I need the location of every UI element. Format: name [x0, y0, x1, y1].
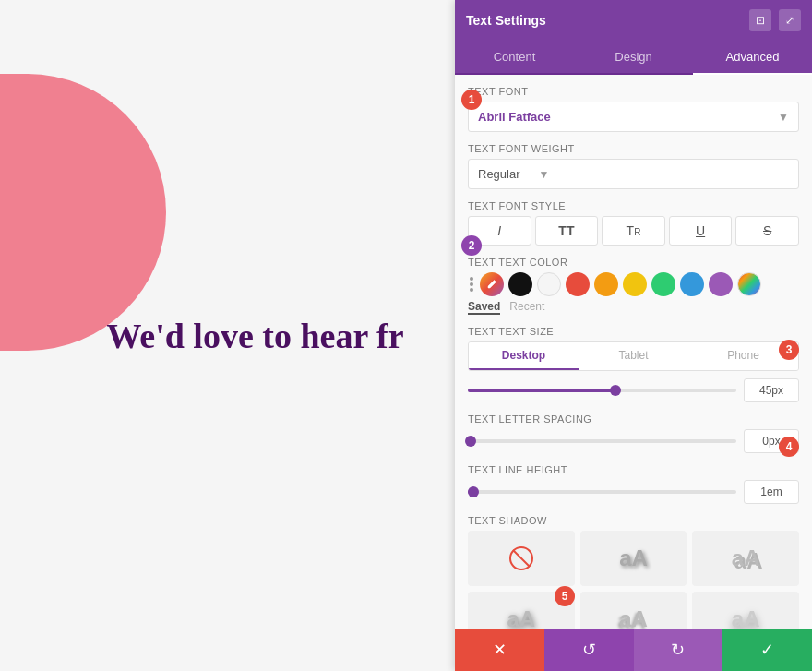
- font-label: Text Font: [468, 86, 799, 97]
- color-purple[interactable]: [709, 272, 733, 296]
- size-slider-track[interactable]: [468, 389, 736, 392]
- cancel-button[interactable]: ✕: [455, 629, 544, 671]
- line-height-track[interactable]: [468, 490, 736, 494]
- style-tr-btn[interactable]: Tr: [602, 216, 665, 246]
- color-tab-recent[interactable]: Recent: [509, 300, 544, 315]
- font-style-label: Text Font Style: [468, 200, 799, 211]
- letter-spacing-thumb[interactable]: [465, 436, 476, 447]
- line-height-row: [468, 480, 799, 504]
- badge-4: 4: [779, 437, 799, 457]
- canvas-area: We'd love to hear fr: [0, 0, 455, 671]
- panel-tabs: Content Design Advanced: [455, 41, 812, 75]
- letter-spacing-label: Text Letter Spacing: [468, 413, 799, 425]
- style-underline-btn[interactable]: U: [669, 216, 733, 246]
- color-tab-saved[interactable]: Saved: [468, 300, 500, 315]
- redo-button[interactable]: ↻: [634, 629, 723, 671]
- badge-2: 2: [461, 235, 482, 256]
- badge-3: 3: [779, 340, 799, 360]
- color-more-btn[interactable]: [468, 273, 475, 295]
- color-picker-swatch[interactable]: [480, 272, 504, 296]
- color-black[interactable]: [508, 272, 532, 296]
- font-weight-value: Regular: [469, 160, 530, 188]
- badge-5: 5: [555, 586, 575, 606]
- color-label: Text Text Color: [468, 257, 799, 268]
- tab-advanced[interactable]: Advanced: [693, 41, 812, 75]
- font-style-row: I TT Tr U S: [468, 216, 799, 246]
- letter-spacing-row: [468, 429, 799, 453]
- font-weight-select[interactable]: Regular ▼: [468, 159, 799, 189]
- style-tt-btn[interactable]: TT: [535, 216, 599, 246]
- size-slider-thumb[interactable]: [610, 385, 621, 396]
- size-slider-fill: [468, 389, 615, 392]
- undo-button[interactable]: ↺: [544, 629, 634, 671]
- color-gradient[interactable]: [737, 272, 761, 296]
- shadow-label: Text Shadow: [468, 515, 799, 526]
- color-green[interactable]: [651, 272, 675, 296]
- line-height-thumb[interactable]: [468, 486, 479, 497]
- size-tab-tablet[interactable]: Tablet: [579, 342, 688, 370]
- resize-icon-btn[interactable]: ⊡: [749, 9, 771, 31]
- shadow-style-4[interactable]: aA: [580, 592, 687, 629]
- font-weight-arrow-icon: ▼: [530, 168, 559, 181]
- color-yellow[interactable]: [623, 272, 647, 296]
- svg-line-1: [513, 550, 530, 567]
- confirm-button[interactable]: ✓: [722, 629, 812, 671]
- font-select[interactable]: Abril Fatface ▼: [468, 102, 799, 132]
- style-strikethrough-btn[interactable]: S: [735, 216, 799, 246]
- size-tabs: Desktop Tablet Phone: [468, 341, 799, 371]
- color-red[interactable]: [566, 272, 590, 296]
- size-slider-row: [468, 378, 799, 402]
- color-row: [468, 272, 799, 296]
- line-height-input[interactable]: [744, 480, 799, 504]
- shadow-style-1[interactable]: aA: [580, 531, 687, 586]
- font-arrow-icon: ▼: [769, 111, 798, 124]
- font-weight-label: Text Font Weight: [468, 143, 799, 154]
- panel-header-icons: ⊡ ⤢: [749, 9, 801, 31]
- panel-footer: ✕ ↺ ↻ ✓: [455, 629, 812, 671]
- line-height-label: Text Line Height: [468, 464, 799, 475]
- shadow-style-5[interactable]: aA: [692, 592, 799, 629]
- panel-header: Text Settings ⊡ ⤢: [455, 0, 812, 41]
- tab-content[interactable]: Content: [455, 41, 574, 73]
- shadow-style-2[interactable]: aA: [692, 531, 799, 586]
- color-white[interactable]: [537, 272, 561, 296]
- shadow-none[interactable]: [468, 531, 575, 586]
- badge-1: 1: [461, 90, 482, 110]
- panel-body: Text Font Abril Fatface ▼ Text Font Weig…: [455, 75, 812, 629]
- letter-spacing-track[interactable]: [468, 439, 736, 443]
- expand-icon-btn[interactable]: ⤢: [779, 9, 801, 31]
- font-value: Abril Fatface: [469, 102, 769, 131]
- color-blue[interactable]: [680, 272, 704, 296]
- size-label: Text Text Size: [468, 326, 799, 337]
- panel-title: Text Settings: [466, 13, 546, 28]
- color-tabs: Saved Recent: [468, 300, 799, 315]
- settings-panel: Text Settings ⊡ ⤢ Content Design Advance…: [455, 0, 812, 671]
- canvas-shape: [0, 74, 166, 351]
- size-input[interactable]: [744, 378, 799, 402]
- color-orange[interactable]: [594, 272, 618, 296]
- size-tab-desktop[interactable]: Desktop: [469, 342, 579, 370]
- tab-design[interactable]: Design: [574, 41, 693, 73]
- canvas-text: We'd love to hear fr: [106, 316, 403, 356]
- shadow-grid: aA aA aA aA aA: [468, 531, 799, 629]
